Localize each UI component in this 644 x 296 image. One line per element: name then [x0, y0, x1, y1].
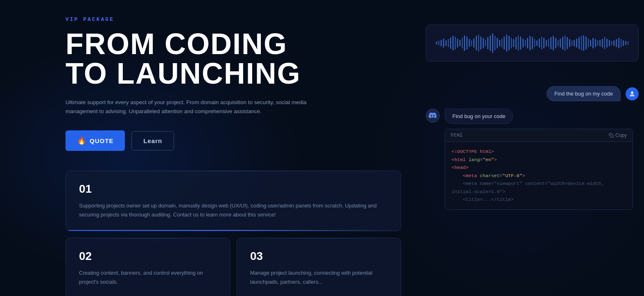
vip-label: VIP PACKAGE — [66, 16, 401, 23]
waveform-bar — [490, 35, 491, 51]
copy-button[interactable]: Copy — [609, 132, 627, 138]
copy-label: Copy — [615, 132, 627, 138]
waveform-bar — [548, 39, 549, 47]
waveform-bar — [506, 34, 507, 52]
waveform-bar — [445, 40, 447, 46]
svg-rect-1 — [610, 135, 613, 138]
waveform-bar — [611, 41, 612, 45]
waveform-bar — [534, 39, 536, 47]
waveform-bar — [443, 39, 444, 48]
waveform-bar — [576, 39, 577, 48]
code-line-1: <!DOCTYPE html> — [452, 148, 626, 156]
waveform-bar — [541, 36, 542, 50]
waveform-bar — [511, 38, 512, 48]
waveform-bar — [536, 40, 538, 46]
code-line-6: <title>...</title> — [452, 196, 626, 204]
waveform-bar — [550, 37, 551, 49]
waveform-bar — [438, 41, 440, 46]
waveform-bar — [592, 38, 594, 48]
code-line-5: <meta name="viewport" content="width=dev… — [452, 180, 626, 196]
waveform-bar — [623, 40, 624, 46]
waveform-bar — [609, 40, 610, 47]
user-bubble: Find the bug on my code — [547, 86, 621, 101]
waveform-bar — [588, 39, 589, 48]
card-3-text: Manage project launching, connecting wit… — [250, 269, 388, 287]
code-block: html Copy <!DOCTYPE html> <html lang="en… — [445, 129, 633, 210]
waveform-bar — [543, 38, 545, 48]
hero-title: FROM CODING TO LAUNCHING — [66, 29, 401, 88]
waveform-bar — [602, 39, 603, 48]
waveform-bar — [595, 39, 596, 47]
waveform-bar — [532, 37, 533, 49]
waveform-bar — [480, 36, 481, 50]
flame-icon: 🔥 — [77, 136, 86, 145]
waveform-bar — [616, 39, 617, 47]
waveform-bar — [562, 36, 563, 50]
code-line-2: <html lang="en"> — [452, 156, 626, 164]
waveform-bar — [483, 38, 484, 48]
quote-button-label: QUOTE — [90, 137, 113, 144]
left-section: VIP PACKAGE FROM CODING TO LAUNCHING Ult… — [66, 16, 401, 296]
waveform-bar — [520, 36, 521, 50]
waveform-bar — [565, 35, 566, 51]
hero-subtitle: Ultimate support for every aspect of you… — [66, 98, 336, 116]
code-content: <!DOCTYPE html> <html lang="en"> <head> … — [445, 142, 633, 209]
waveform-bar — [625, 41, 626, 45]
card-1: 01 Supporting projects owner set up doma… — [66, 171, 401, 231]
card-1-text: Supporting projects owner set up domain,… — [79, 201, 388, 219]
waveform-bar — [555, 38, 556, 48]
waveform-bar — [478, 34, 479, 52]
waveform-container — [426, 25, 639, 61]
waveform-bar — [473, 39, 475, 48]
waveform-bar — [450, 37, 451, 49]
waveform-bar — [464, 35, 465, 51]
cards-section: 01 Supporting projects owner set up doma… — [66, 171, 401, 296]
code-line-3: <head> — [452, 164, 626, 172]
hero-title-line1: FROM CODING — [66, 27, 287, 60]
waveform-bar — [457, 39, 458, 48]
cards-row: 02 Creating content, banners, and contro… — [66, 238, 401, 296]
code-lang: html — [451, 132, 463, 138]
waveform-bar — [525, 40, 526, 47]
waveform-bar — [628, 41, 629, 44]
waveform-bar — [585, 36, 587, 50]
waveform-bar — [441, 40, 442, 47]
waveform-bar — [560, 39, 561, 48]
waveform-bar — [499, 40, 500, 47]
waveform-bar — [618, 38, 619, 48]
waveform-bar — [448, 39, 449, 47]
card-2-text: Creating content, banners, and control e… — [79, 269, 217, 287]
waveform-bar — [539, 39, 540, 48]
waveform-bar — [497, 38, 498, 48]
waveform — [436, 33, 628, 53]
waveform-bar — [597, 40, 599, 46]
waveform-bar — [495, 36, 496, 50]
button-row: 🔥 QUOTE Learn — [66, 130, 401, 151]
waveform-bar — [590, 40, 591, 47]
waveform-bar — [518, 35, 519, 51]
waveform-bar — [471, 40, 472, 46]
waveform-bar — [569, 39, 570, 47]
waveform-bar — [553, 36, 554, 50]
bot-bubble: Find bug on your code — [445, 109, 513, 124]
quote-button[interactable]: 🔥 QUOTE — [66, 130, 125, 151]
learn-button[interactable]: Learn — [131, 131, 174, 150]
waveform-bar — [567, 37, 568, 49]
waveform-bar — [572, 40, 573, 46]
right-section: Find the bug on my code Find bug on your — [426, 16, 639, 296]
waveform-bar — [604, 37, 606, 49]
waveform-bar — [583, 35, 584, 51]
waveform-bar — [476, 36, 477, 50]
waveform-bar — [508, 36, 510, 50]
card-2-number: 02 — [79, 250, 217, 263]
chat-area: Find the bug on my code Find bug on your — [426, 86, 639, 210]
user-message-row: Find the bug on my code — [426, 86, 639, 101]
waveform-bar — [522, 39, 524, 48]
main-container: VIP PACKAGE FROM CODING TO LAUNCHING Ult… — [0, 0, 644, 296]
card-1-number: 01 — [79, 182, 388, 196]
waveform-bar — [578, 37, 580, 49]
waveform-bar — [485, 40, 486, 47]
card-3: 03 Manage project launching, connecting … — [237, 238, 401, 296]
card-3-number: 03 — [250, 250, 388, 263]
card-2: 02 Creating content, banners, and contro… — [66, 238, 230, 296]
